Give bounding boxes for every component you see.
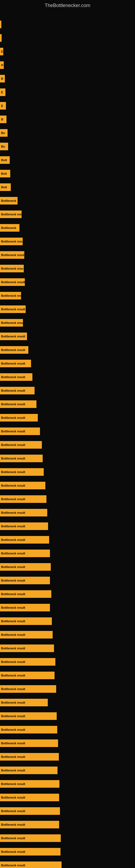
bar-label: Bottleneck result <box>1 796 25 799</box>
bar-row: Bottleneck resu <box>0 265 135 272</box>
bar-label: Bottleneck result <box>1 769 25 772</box>
bar-row: Bottleneck result <box>0 672 135 679</box>
bar-label: Bottleneck <box>1 199 16 203</box>
bar: Bottleneck result <box>0 699 48 706</box>
bar-label: Bolt <box>1 172 7 175</box>
bar-label: Bottleneck result <box>1 714 25 718</box>
bar-label: Bottleneck result <box>1 742 25 745</box>
bar-row: Bottleneck result <box>0 794 135 801</box>
bar: Bottleneck result <box>0 617 52 625</box>
bar: Bottleneck result <box>0 685 56 693</box>
bar-row: Bottleneck result <box>0 278 135 286</box>
bar-row: Bottleneck result <box>0 346 135 354</box>
bar: Bottleneck result <box>0 373 32 381</box>
site-title-container: TheBottlenecker.com <box>0 0 135 10</box>
bar-label: Bottleneck result <box>1 525 25 528</box>
bar: Bottleneck result <box>0 441 42 448</box>
bar: Bottleneck resu <box>0 265 24 272</box>
bar-label: Bottleneck res <box>1 213 21 216</box>
bar-row: E <box>0 102 135 110</box>
bar-label: Bottleneck res <box>1 294 21 297</box>
bar: E <box>0 48 3 55</box>
bar-label: Bottleneck result <box>1 335 25 338</box>
bar-row: Bottleneck result <box>0 645 135 652</box>
bar: Bottleneck result <box>0 428 40 435</box>
bar: Bottleneck result <box>0 305 26 313</box>
bar-row: Bottleneck result <box>0 685 135 693</box>
bar: Bottleneck result <box>0 550 50 557</box>
bar: Bottleneck result <box>0 631 53 639</box>
bar-row: Bottleneck result <box>0 862 135 868</box>
bar-label: Bott <box>1 158 7 162</box>
bar-label: Bottleneck result <box>1 375 25 379</box>
bar: Bottleneck result <box>0 509 47 517</box>
bar: Bott <box>0 183 11 191</box>
chart-container: EHBEEBBoBoBottBoltBottBottleneckBottlene… <box>0 10 135 864</box>
bar-row: Bottleneck result <box>0 482 135 489</box>
bar-row: Bottleneck result <box>0 617 135 625</box>
bar: Bottleneck result <box>0 862 61 868</box>
bar-label: Bottleneck result <box>1 470 25 474</box>
bar-row: Bolt <box>0 170 135 177</box>
bar-row: E <box>0 48 135 55</box>
bar-label: Bottleneck result <box>1 674 25 677</box>
bar: Bottleneck result <box>0 468 44 476</box>
bar-label: Bottleneck result <box>1 484 25 487</box>
bar: Bo <box>0 143 8 150</box>
bar-row: E <box>0 88 135 96</box>
bar: Bottleneck result <box>0 590 51 598</box>
bar-row: Bottleneck result <box>0 712 135 720</box>
bar-label: Bottleneck result <box>1 552 25 555</box>
bar-label: Bottleneck result <box>1 755 25 758</box>
bar-row: Bottleneck result <box>0 834 135 842</box>
bar-label: Bottleneck result <box>1 647 25 650</box>
bar: Bottleneck result <box>0 780 59 788</box>
bar-row: Bo <box>0 143 135 150</box>
bar-label: Bottleneck result <box>1 809 25 813</box>
bar-row: Bottleneck result <box>0 414 135 422</box>
bar-label: Bottleneck result <box>1 511 25 514</box>
bar-row <box>0 21 135 28</box>
bar-label: E <box>1 91 3 94</box>
bar: Bott <box>0 156 10 164</box>
bar-label: Bottleneck result <box>1 403 25 406</box>
bar-label: Bottleneck result <box>1 348 25 351</box>
bar-row: Bottleneck result <box>0 563 135 571</box>
bar-row <box>0 34 135 42</box>
bar-row: Bott <box>0 156 135 164</box>
bar-label: H <box>1 63 3 67</box>
bar-label: Bottleneck result <box>1 728 25 731</box>
bar-label: Bottleneck resu <box>1 267 24 270</box>
bar-label: Bottleneck result <box>1 443 25 446</box>
bar-row: Bottleneck result <box>0 536 135 544</box>
bar-label: Bottleneck result <box>1 389 25 392</box>
bar-label: E <box>1 50 3 53</box>
bar-label: Bottleneck result <box>1 592 25 596</box>
bar-row: Bottleneck result <box>0 495 135 503</box>
bar: Bottleneck result <box>0 455 43 462</box>
bar: E <box>0 102 6 110</box>
bar-row: Bottleneck res <box>0 211 135 218</box>
bar-row: B <box>0 75 135 83</box>
bar-row: Bottleneck result <box>0 739 135 747</box>
bar-row: Bottleneck result <box>0 699 135 706</box>
bar-label: B <box>1 118 3 121</box>
bar: Bottleneck result <box>0 251 24 259</box>
bar: Bottleneck result <box>0 807 60 815</box>
bar: Bottleneck result <box>0 739 58 747</box>
bar-label: Bottleneck result <box>1 606 25 609</box>
bar-label: Bottleneck result <box>1 579 25 582</box>
bar-row: Bottleneck result <box>0 441 135 448</box>
bar-label: Bo <box>1 131 5 134</box>
bar-row: Bottleneck result <box>0 468 135 476</box>
bar-label: Bottleneck result <box>1 837 25 840</box>
bar: B <box>0 116 6 123</box>
bar-row: Bottleneck result <box>0 360 135 367</box>
bar-label: Bott <box>1 186 7 189</box>
bar-row: Bottleneck result <box>0 400 135 408</box>
bar-row: Bo <box>0 129 135 137</box>
bar-label: Bottleneck result <box>1 660 25 663</box>
bar-row: Bottleneck result <box>0 550 135 557</box>
bar-row: Bottleneck res <box>0 292 135 300</box>
bar-row: Bottleneck resu <box>0 238 135 245</box>
